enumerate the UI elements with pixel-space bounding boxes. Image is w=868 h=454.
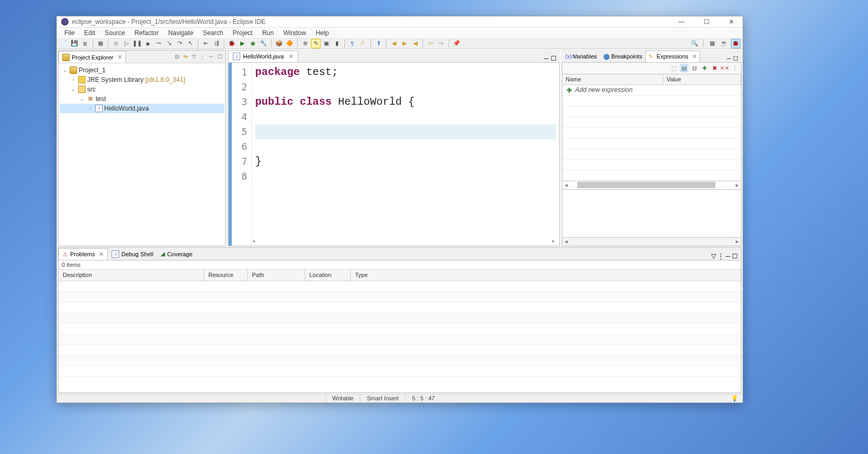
menu-help[interactable]: Help (311, 28, 333, 38)
pin-icon[interactable]: 📌 (452, 39, 461, 48)
remove-icon[interactable]: ✖ (710, 64, 719, 72)
open-perspective-icon[interactable]: ▦ (707, 39, 717, 48)
save-all-icon[interactable]: 🗎 (80, 39, 90, 48)
new-package-icon[interactable]: 📦 (274, 39, 284, 48)
column-description[interactable]: Description (58, 270, 204, 281)
tree-package[interactable]: ⌄ ⊞ test (60, 94, 224, 104)
chevron-right-icon[interactable]: › (87, 106, 94, 111)
switch-icon[interactable]: ▦ (96, 39, 105, 48)
horizontal-scrollbar[interactable]: ◂ ▸ (562, 181, 741, 189)
tab-problems[interactable]: ⚠ Problems ✕ (58, 248, 108, 260)
prev-annotation-icon[interactable]: ⬆ (374, 39, 383, 48)
scrollbar-thumb[interactable] (577, 182, 715, 188)
maximize-editor-icon[interactable]: ☐ (551, 55, 557, 62)
step-filters-icon[interactable]: ⇶ (212, 39, 221, 48)
resume-icon[interactable]: ▷ (122, 39, 131, 48)
link-editor-icon[interactable]: ⇆ (182, 53, 189, 60)
drop-frame-icon[interactable]: ⇤ (201, 39, 210, 48)
remove-all-icon[interactable]: ⨯⨯ (720, 64, 729, 72)
toggle-highlight-icon[interactable]: ✎ (311, 39, 321, 48)
search-access-icon[interactable]: 🔍 (690, 39, 700, 48)
minimize-button[interactable]: — (674, 17, 689, 27)
view-menu-icon[interactable]: ⋮ (718, 253, 724, 260)
collapse-all-icon[interactable]: ⊟ (173, 53, 181, 60)
external-tools-icon[interactable]: 🔧 (259, 39, 268, 48)
tab-variables[interactable]: (x)= Variables (562, 51, 600, 62)
column-path[interactable]: Path (248, 270, 305, 281)
menu-search[interactable]: Search (199, 28, 227, 38)
debug-perspective-icon[interactable]: 🐞 (731, 39, 740, 48)
disconnect-icon[interactable]: ⤳ (154, 39, 163, 48)
code-content[interactable]: package test; public class HelloWorld { … (252, 63, 559, 246)
project-explorer-tab[interactable]: Project Explorer ✕ (58, 51, 126, 63)
tree-jre[interactable]: › JRE System Library [jdk1.8.0_341] (60, 75, 224, 85)
run-icon[interactable]: ▶ (238, 39, 247, 48)
toggle-mark-icon[interactable]: ▮ (332, 39, 342, 48)
tab-expressions[interactable]: ✎ Expressions ✕ (645, 51, 700, 62)
filter-icon[interactable]: ▽ (190, 53, 198, 60)
save-icon[interactable]: 💾 (70, 39, 79, 48)
horizontal-scrollbar[interactable]: ◂ ▸ (250, 237, 557, 245)
filter-icon[interactable]: ▽ (711, 253, 716, 260)
column-type[interactable]: Type (351, 270, 741, 281)
column-value[interactable]: Value (663, 74, 741, 85)
minimize-view-icon[interactable]: ─ (726, 253, 730, 260)
nav-back-icon[interactable]: ⇦ (426, 39, 435, 48)
maximize-button[interactable]: ☐ (700, 17, 714, 27)
debug-icon[interactable]: 🐞 (227, 39, 237, 48)
tree-src[interactable]: ⌄ src (60, 85, 224, 94)
scroll-left-icon[interactable]: ◂ (562, 181, 570, 189)
column-resource[interactable]: Resource (204, 270, 248, 281)
maximize-view-icon[interactable]: ☐ (733, 55, 738, 62)
last-edit-icon[interactable]: ◀ (410, 39, 420, 48)
editor-tab-helloworld[interactable]: J HelloWorld.java ✕ (228, 51, 298, 62)
scroll-left-icon[interactable]: ◂ (250, 237, 257, 245)
new-class-icon[interactable]: 🔶 (285, 39, 294, 48)
maximize-view-icon[interactable]: ☐ (216, 53, 223, 60)
open-type-icon[interactable]: ⊕ (300, 39, 310, 48)
tree-java-file[interactable]: › J HelloWorld.java (60, 104, 224, 113)
menu-file[interactable]: File (60, 28, 79, 38)
close-icon[interactable]: ✕ (692, 53, 697, 60)
toggle-block-icon[interactable]: ▣ (322, 39, 331, 48)
minimize-editor-icon[interactable]: ─ (544, 55, 549, 62)
menu-navigate[interactable]: Navigate (164, 28, 197, 38)
menu-run[interactable]: Run (258, 28, 278, 38)
collapse-all-icon[interactable]: ⊟ (690, 64, 698, 72)
menu-edit[interactable]: Edit (80, 28, 99, 38)
close-button[interactable]: ✕ (724, 17, 738, 27)
chevron-right-icon[interactable]: › (70, 77, 77, 82)
step-return-icon[interactable]: ↖ (186, 39, 195, 48)
menu-refactor[interactable]: Refactor (130, 28, 163, 38)
new-icon[interactable]: 📄 (59, 39, 69, 48)
tab-debug-shell[interactable]: J Debug Shell (108, 248, 157, 260)
menu-window[interactable]: Window (279, 28, 310, 38)
show-whitespace-icon[interactable]: ¶ (348, 39, 357, 48)
step-over-icon[interactable]: ↷ (175, 39, 184, 48)
detail-scrollbar[interactable]: ◂ ▸ (562, 238, 741, 246)
tip-icon[interactable]: 💡 (731, 395, 738, 402)
add-expression-icon[interactable]: ✚ (700, 64, 709, 72)
terminate-icon[interactable]: ■ (143, 39, 153, 48)
view-menu-icon[interactable]: ⋮ (199, 53, 206, 60)
scroll-left-icon[interactable]: ◂ (562, 238, 570, 245)
menu-project[interactable]: Project (229, 28, 257, 38)
back-icon[interactable]: ◀ (389, 39, 399, 48)
close-icon[interactable]: ✕ (117, 54, 122, 61)
java-perspective-icon[interactable]: ☕ (719, 39, 729, 48)
scroll-right-icon[interactable]: ▸ (550, 237, 557, 245)
nav-forward-icon[interactable]: ⇨ (436, 39, 446, 48)
minimize-view-icon[interactable]: ─ (207, 53, 215, 60)
column-location[interactable]: Location (305, 270, 351, 281)
close-icon[interactable]: ✕ (99, 251, 104, 258)
suspend-icon[interactable]: ❚❚ (132, 39, 142, 48)
forward-icon[interactable]: ▶ (400, 39, 409, 48)
chevron-down-icon[interactable]: ⌄ (62, 68, 68, 73)
show-type-names-icon[interactable]: ⬚ (670, 64, 678, 72)
step-into-icon[interactable]: ↘ (164, 39, 174, 48)
minimize-view-icon[interactable]: ─ (727, 55, 731, 62)
add-expression-row[interactable]: ✚ Add new expression (562, 85, 741, 96)
tree-project[interactable]: ⌄ Project_1 (60, 65, 224, 75)
skip-breakpoints-icon[interactable]: ⦸ (111, 39, 121, 48)
code-editor[interactable]: 1 2 3 4 5 6 7 8 package test; public cla… (228, 63, 560, 246)
